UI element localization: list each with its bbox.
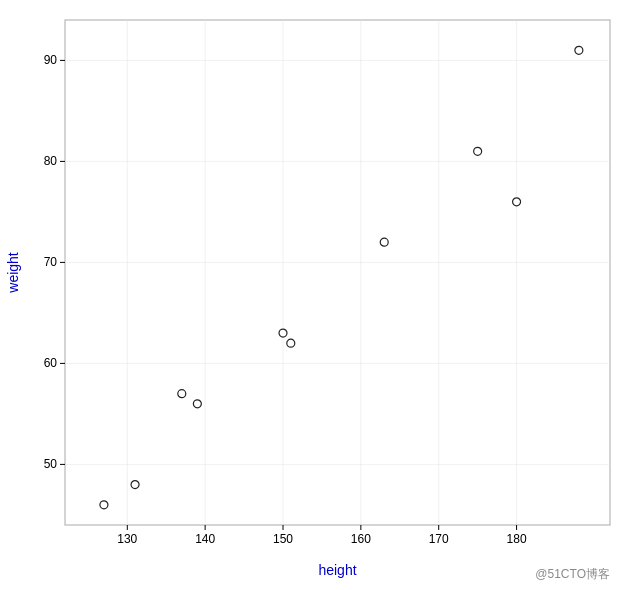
- x-tick-label: 160: [351, 532, 371, 546]
- data-point-8: [513, 198, 521, 206]
- x-tick-label: 140: [195, 532, 215, 546]
- x-axis-label: height: [318, 562, 356, 578]
- y-tick-label: 70: [44, 255, 58, 269]
- x-tick-label: 180: [507, 532, 527, 546]
- chart-container: 5060708090130140150160170180heightweight…: [0, 0, 635, 590]
- watermark: @51CTO博客: [535, 567, 610, 581]
- y-axis-label: weight: [5, 252, 21, 294]
- data-point-6: [380, 238, 388, 246]
- data-point-2: [178, 390, 186, 398]
- x-tick-label: 130: [117, 532, 137, 546]
- y-tick-label: 60: [44, 356, 58, 370]
- data-point-3: [193, 400, 201, 408]
- data-point-4: [279, 329, 287, 337]
- data-point-1: [131, 481, 139, 489]
- data-point-5: [287, 339, 295, 347]
- x-tick-label: 170: [429, 532, 449, 546]
- data-point-7: [474, 147, 482, 155]
- scatter-plot: 5060708090130140150160170180heightweight…: [0, 0, 635, 590]
- plot-area: [65, 20, 610, 525]
- data-point-9: [575, 46, 583, 54]
- x-tick-label: 150: [273, 532, 293, 546]
- y-tick-label: 50: [44, 457, 58, 471]
- y-tick-label: 90: [44, 53, 58, 67]
- y-tick-label: 80: [44, 154, 58, 168]
- data-point-0: [100, 501, 108, 509]
